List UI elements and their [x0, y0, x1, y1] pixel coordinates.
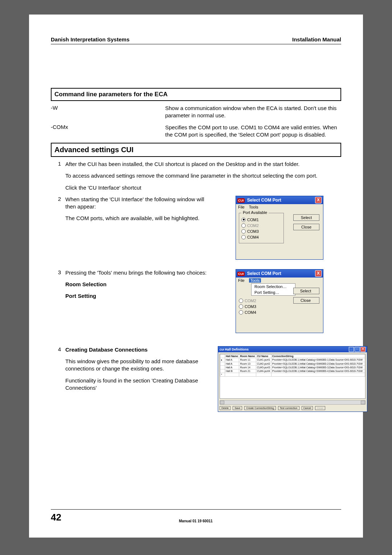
- dialog2-close-button[interactable]: X: [315, 270, 322, 277]
- halldef-button-bar: Delete Save Create ConnectionString Test…: [218, 405, 367, 412]
- test-conn-button[interactable]: Test connection: [278, 406, 299, 410]
- table-cell-hall[interactable]: [225, 373, 239, 376]
- menu-item-room-selection[interactable]: Room Selection…: [252, 284, 295, 289]
- header-left: Danish Interpretation Systems: [51, 36, 130, 42]
- step-3-num: 3: [51, 269, 65, 339]
- col-room-name[interactable]: Room Name: [239, 354, 256, 358]
- create-conn-button[interactable]: Create ConnectionString: [244, 406, 276, 410]
- page-number: 42: [51, 512, 61, 523]
- step-3-row: 3 Pressing the 'Tools' menu brings the f…: [51, 269, 341, 339]
- dialog1-menubar: File Tools: [236, 204, 323, 210]
- close-window-button[interactable]: Close: [315, 406, 325, 410]
- groupbox-title: Port Available: [241, 210, 269, 215]
- menu-file-2[interactable]: File: [238, 278, 245, 283]
- table-cell-cu[interactable]: CU#2-port2: [256, 362, 271, 365]
- menu-tools[interactable]: Tools: [249, 205, 258, 209]
- select-button[interactable]: Select: [293, 214, 319, 221]
- radio-icon: [241, 223, 246, 228]
- step-2-num: 2: [51, 196, 65, 266]
- table-cell-room[interactable]: [239, 373, 256, 376]
- save-button[interactable]: Save: [233, 406, 242, 410]
- param-desc-comx: Specifies the COM port to use. COM1 to C…: [165, 124, 341, 139]
- halldef-titlebar[interactable]: CUI Hall Definitions _ □ X: [218, 347, 367, 352]
- table-cell-cu[interactable]: CU#3-port3: [256, 365, 271, 369]
- step-2-row: 2 When starting the 'CUI Interface' the …: [51, 196, 341, 266]
- maximize-button[interactable]: □: [355, 347, 360, 352]
- table-cell-cu[interactable]: CU#4-port4: [256, 369, 271, 373]
- radio-com2[interactable]: COM2: [241, 223, 281, 228]
- step-4-num: 4: [51, 346, 65, 412]
- minimize-button[interactable]: _: [349, 347, 354, 352]
- step-4-p1: This window gives the possibility to add…: [65, 358, 211, 373]
- radio-icon: [239, 299, 243, 303]
- table-row[interactable]: Hall ARoom 14CU#3-port3Provider=SQLOLEDB…: [220, 365, 365, 369]
- step-3-b1: Room Selection: [65, 281, 211, 288]
- table-cell-room[interactable]: Room 13: [239, 362, 256, 365]
- menu-file[interactable]: File: [238, 205, 245, 209]
- table-cell-mark[interactable]: [220, 365, 225, 369]
- table-row[interactable]: ▸Hall ARoom 11CU#1-port1Provider=SQLOLED…: [220, 358, 365, 362]
- param-row-comx: -COMx Specifies the COM port to use. COM…: [51, 124, 341, 139]
- table-cell-mark[interactable]: [220, 369, 225, 373]
- table-cell-conn[interactable]: Provider=SQLOLEDB.1;Initial Catalog=SW60…: [271, 365, 365, 369]
- table-cell-hall[interactable]: Hall A: [225, 365, 239, 369]
- select-button-clip[interactable]: Select: [293, 288, 319, 294]
- table-cell-cu[interactable]: CU#1-port1: [256, 358, 271, 362]
- cui-badge-icon: CUI: [237, 198, 245, 203]
- delete-button[interactable]: Delete: [220, 406, 230, 410]
- radio2-com4[interactable]: COM4: [239, 310, 320, 315]
- page-footer: 42 Manual 01 19 60011: [51, 509, 341, 523]
- halldef-horizontal-scrollbar[interactable]: [220, 400, 366, 405]
- dialog2-titlebar[interactable]: CUI Select COM Port X: [236, 270, 323, 278]
- table-cell-room[interactable]: Room 14: [239, 365, 256, 369]
- dialog2-title: Select COM Port: [247, 271, 281, 276]
- close-button[interactable]: Close: [293, 224, 319, 230]
- col-marker[interactable]: [220, 354, 225, 358]
- halldef-title: Hall Definitions: [225, 348, 249, 351]
- dialog2-menubar: File Tools: [236, 278, 323, 283]
- table-cell-conn[interactable]: Provider=SQLOLEDB.1;Initial Catalog=SW60…: [271, 369, 365, 373]
- col-cu-name[interactable]: CU Name: [256, 354, 271, 358]
- radio-icon: [239, 310, 243, 315]
- col-connection-string[interactable]: ConnectionString: [271, 354, 365, 358]
- scroll-left-icon[interactable]: [220, 401, 224, 404]
- radio-icon: [241, 235, 246, 239]
- table-cell-cu[interactable]: [256, 373, 271, 376]
- table-cell-hall[interactable]: Hall A: [225, 358, 239, 362]
- table-cell-hall[interactable]: Hall A: [225, 362, 239, 365]
- dialog1-close-button[interactable]: X: [315, 197, 322, 203]
- table-cell-mark[interactable]: *: [220, 373, 225, 376]
- col-hall-name[interactable]: Hall Name: [225, 354, 239, 358]
- table-row[interactable]: *: [220, 373, 365, 376]
- manual-id: Manual 01 19 60011: [179, 519, 213, 523]
- menu-tools-2-selected[interactable]: Tools: [249, 278, 261, 283]
- table-cell-mark[interactable]: [220, 362, 225, 365]
- param-key-w: -W: [51, 105, 165, 119]
- window-close-button[interactable]: X: [360, 347, 366, 352]
- radio-com3[interactable]: COM3: [241, 229, 281, 234]
- table-cell-conn[interactable]: Provider=SQLOLEDB.1;Initial Catalog=SW60…: [271, 362, 365, 365]
- table-cell-conn[interactable]: Provider=SQLOLEDB.1;Initial Catalog=SW60…: [271, 358, 365, 362]
- table-cell-room[interactable]: Room 21: [239, 369, 256, 373]
- table-row[interactable]: Hall ARoom 13CU#2-port2Provider=SQLOLEDB…: [220, 362, 365, 365]
- param-row-w: -W Show a communication window when the …: [51, 105, 341, 119]
- table-row[interactable]: Hall BRoom 21CU#4-port4Provider=SQLOLEDB…: [220, 369, 365, 373]
- halldef-grid[interactable]: Hall Name Room Name CU Name ConnectionSt…: [220, 354, 366, 399]
- param-key-comx: -COMx: [51, 124, 165, 139]
- radio-com4[interactable]: COM4: [241, 235, 281, 239]
- step-4-p2: Functionality is found in the section 'C…: [65, 377, 211, 392]
- radio-com1[interactable]: COM1: [241, 218, 281, 222]
- close-button-clip[interactable]: Close: [293, 297, 319, 304]
- step-4-heading: Creating Database Connections: [65, 346, 211, 353]
- table-cell-mark[interactable]: ▸: [220, 358, 225, 362]
- scroll-right-icon[interactable]: [361, 401, 365, 404]
- section-eca-params-title: Command line parameters for the ECA: [51, 88, 341, 101]
- cancel-button[interactable]: Cancel: [302, 406, 313, 410]
- menu-item-port-setting[interactable]: Port Setting…: [252, 289, 295, 295]
- table-cell-room[interactable]: Room 11: [239, 358, 256, 362]
- tools-dropdown-menu: Room Selection… Port Setting…: [251, 283, 295, 296]
- dialog1-titlebar[interactable]: CUI Select COM Port X: [236, 196, 323, 204]
- table-cell-conn[interactable]: [271, 373, 365, 376]
- radio-icon: [239, 304, 243, 309]
- table-cell-hall[interactable]: Hall B: [225, 369, 239, 373]
